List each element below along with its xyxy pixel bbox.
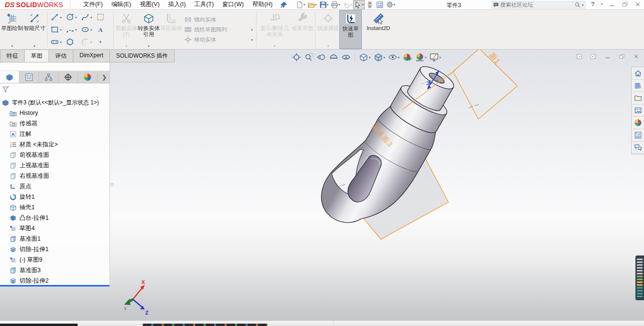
- tree-item-material[interactable]: 材质 <未指定>: [0, 139, 109, 150]
- home-button[interactable]: [632, 67, 644, 80]
- section-view-button[interactable]: [328, 52, 339, 62]
- dropdown-caret[interactable]: ▾: [398, 56, 400, 59]
- tree-item-sketch4[interactable]: 草图4: [0, 223, 109, 234]
- dropdown-caret[interactable]: ▾: [75, 28, 77, 31]
- tree-item-cut-extrude2[interactable]: 切除-拉伸2: [0, 275, 109, 286]
- performance-monitor-widget[interactable]: [635, 255, 644, 300]
- instant2d-button[interactable]: Instant2D: [362, 10, 395, 49]
- custom-properties-button[interactable]: [632, 129, 644, 142]
- dropdown-caret[interactable]: ▾: [350, 3, 352, 6]
- tree-item-top-plane[interactable]: 上视基准面: [0, 160, 109, 171]
- minimize-button[interactable]: [609, 1, 615, 8]
- menu-insert[interactable]: 插入(I): [164, 0, 190, 10]
- tree-item-annotations[interactable]: A注解: [0, 129, 109, 139]
- dropdown-caret[interactable]: ▾: [148, 44, 150, 48]
- appearances-scenes-button[interactable]: [632, 117, 644, 129]
- tab-addins[interactable]: SOLIDWORKS 插件: [109, 50, 175, 62]
- tree-item-boss-extrude1[interactable]: 凸台-拉伸1: [0, 213, 109, 223]
- rollback-bar[interactable]: [0, 285, 109, 286]
- selection-box-button[interactable]: [96, 11, 110, 23]
- circle-button[interactable]: ▾: [66, 11, 80, 23]
- save-button[interactable]: ▾: [318, 0, 330, 10]
- dropdown-caret[interactable]: ▾: [90, 28, 92, 31]
- configurationmanager-tab[interactable]: [39, 71, 59, 83]
- dropdown-caret[interactable]: ▾: [315, 3, 317, 6]
- print-button[interactable]: ▾: [330, 0, 341, 10]
- options-button[interactable]: ▾: [385, 0, 396, 10]
- filter-funnel-icon[interactable]: [2, 85, 10, 93]
- help-caret[interactable]: ▾: [601, 2, 603, 6]
- displaymanager-tab[interactable]: [78, 71, 98, 83]
- previous-view-button[interactable]: [316, 52, 327, 62]
- three-point-arc-button[interactable]: ▾: [66, 24, 80, 36]
- tree-item-plane1[interactable]: 基准面1: [0, 234, 109, 244]
- tree-item-origin[interactable]: 原点: [0, 181, 109, 192]
- view-settings-button[interactable]: ▾: [429, 52, 442, 62]
- sketch-plane-1[interactable]: [453, 50, 517, 119]
- dropdown-caret[interactable]: ▾: [425, 56, 427, 59]
- corner-rectangle-button[interactable]: ▾: [50, 24, 65, 36]
- file-properties-button[interactable]: [375, 0, 385, 10]
- point-button[interactable]: [96, 36, 110, 48]
- panel-expand-arrow[interactable]: ❯: [99, 71, 109, 83]
- propertymanager-tab[interactable]: [20, 71, 39, 83]
- dropdown-caret[interactable]: ▾: [338, 3, 340, 6]
- search-input[interactable]: [500, 2, 573, 8]
- tree-item-plane3[interactable]: 基准面3: [0, 265, 109, 275]
- line-button[interactable]: ▾: [50, 11, 65, 23]
- pane-previous-button[interactable]: [576, 53, 582, 60]
- file-explorer-button[interactable]: [632, 92, 644, 104]
- spline-button[interactable]: ▾: [81, 11, 95, 23]
- dropdown-caret[interactable]: ▾: [362, 3, 364, 6]
- dropdown-caret[interactable]: ▾: [369, 56, 371, 59]
- open-button[interactable]: ▾: [307, 0, 318, 10]
- hide-show-items-button[interactable]: ▾: [387, 52, 400, 62]
- window-close-button[interactable]: [633, 53, 639, 60]
- tree-item-sketch9[interactable]: (-) 草图9: [0, 255, 109, 265]
- dropdown-caret[interactable]: ▾: [60, 16, 62, 19]
- annotation-view-button[interactable]: A: [341, 52, 351, 62]
- featuremanager-tab[interactable]: [0, 71, 20, 83]
- dropdown-caret[interactable]: ▾: [384, 56, 386, 59]
- dropdown-caret[interactable]: ▾: [251, 38, 253, 41]
- tree-item-cut-extrude1[interactable]: 切除-拉伸1: [0, 244, 109, 255]
- menu-tools[interactable]: 工具(T): [190, 0, 218, 10]
- zoom-to-area-button[interactable]: [304, 52, 314, 62]
- display-style-button[interactable]: ▾: [373, 52, 386, 62]
- pin-menu-icon[interactable]: [280, 1, 287, 9]
- dimxpertmanager-tab[interactable]: [59, 71, 78, 83]
- new-document-button[interactable]: ▾: [295, 0, 307, 10]
- panel-splitter-handle[interactable]: [110, 183, 114, 186]
- tab-features[interactable]: 特征: [0, 50, 25, 62]
- apply-scene-button[interactable]: ▾: [415, 52, 427, 62]
- dropdown-caret[interactable]: ▾: [34, 44, 36, 48]
- search-dropdown-caret[interactable]: ▾: [582, 3, 584, 7]
- tree-item-front-plane[interactable]: 前视基准面: [0, 150, 109, 160]
- tab-evaluate[interactable]: 评估: [49, 50, 73, 62]
- dropdown-caret[interactable]: ▾: [439, 56, 441, 59]
- view-palette-button[interactable]: [632, 104, 644, 117]
- dropdown-caret[interactable]: ▾: [75, 16, 77, 19]
- tree-item-history[interactable]: History: [0, 108, 109, 118]
- zoom-to-fit-button[interactable]: [291, 52, 302, 62]
- window-minimize-button[interactable]: [604, 53, 611, 60]
- dropdown-caret[interactable]: ▾: [394, 3, 396, 6]
- dropdown-caret[interactable]: ▾: [251, 28, 253, 31]
- tree-item-revolve1[interactable]: 旋转1: [0, 192, 109, 202]
- dropdown-caret[interactable]: ▾: [90, 16, 92, 19]
- window-restore-button[interactable]: [619, 53, 625, 60]
- dropdown-caret[interactable]: ▾: [11, 44, 13, 48]
- ellipse-button[interactable]: ▾: [81, 24, 95, 36]
- close-button[interactable]: [634, 1, 641, 8]
- rapid-sketch-button[interactable]: 快速草图: [339, 10, 362, 49]
- dropdown-caret[interactable]: ▾: [60, 41, 62, 44]
- search-icon[interactable]: [575, 2, 580, 8]
- dropdown-caret[interactable]: ▾: [327, 3, 329, 6]
- solidworks-forum-button[interactable]: [632, 142, 644, 154]
- straight-slot-button[interactable]: ▾: [50, 36, 65, 48]
- tree-item-shell1[interactable]: 抽壳1: [0, 202, 109, 213]
- tree-item-sensors[interactable]: 传感器: [0, 118, 109, 129]
- tab-dimxpert[interactable]: DimXpert: [73, 50, 110, 62]
- sketch-draw-button[interactable]: 草图绘制▾: [1, 10, 23, 49]
- maximize-button[interactable]: [622, 1, 628, 8]
